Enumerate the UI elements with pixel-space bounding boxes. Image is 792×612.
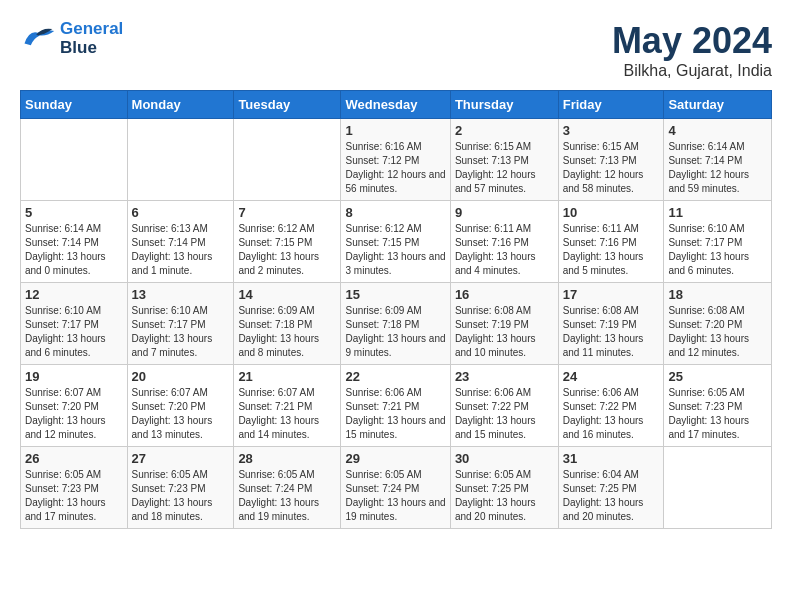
day-info: Sunrise: 6:10 AM Sunset: 7:17 PM Dayligh…: [668, 222, 767, 278]
calendar-week-row: 19 Sunrise: 6:07 AM Sunset: 7:20 PM Dayl…: [21, 365, 772, 447]
logo: General Blue: [20, 20, 123, 57]
day-info: Sunrise: 6:07 AM Sunset: 7:20 PM Dayligh…: [132, 386, 230, 442]
day-info: Sunrise: 6:08 AM Sunset: 7:19 PM Dayligh…: [455, 304, 554, 360]
day-number: 30: [455, 451, 554, 466]
day-info: Sunrise: 6:05 AM Sunset: 7:23 PM Dayligh…: [668, 386, 767, 442]
calendar-cell: 2 Sunrise: 6:15 AM Sunset: 7:13 PM Dayli…: [450, 119, 558, 201]
calendar-cell: 30 Sunrise: 6:05 AM Sunset: 7:25 PM Dayl…: [450, 447, 558, 529]
calendar-cell: 20 Sunrise: 6:07 AM Sunset: 7:20 PM Dayl…: [127, 365, 234, 447]
day-info: Sunrise: 6:07 AM Sunset: 7:20 PM Dayligh…: [25, 386, 123, 442]
day-info: Sunrise: 6:05 AM Sunset: 7:24 PM Dayligh…: [345, 468, 445, 524]
calendar-cell: 9 Sunrise: 6:11 AM Sunset: 7:16 PM Dayli…: [450, 201, 558, 283]
day-info: Sunrise: 6:15 AM Sunset: 7:13 PM Dayligh…: [563, 140, 660, 196]
day-number: 26: [25, 451, 123, 466]
weekday-header: Thursday: [450, 91, 558, 119]
day-number: 14: [238, 287, 336, 302]
month-title: May 2024: [612, 20, 772, 62]
day-number: 6: [132, 205, 230, 220]
calendar-cell: 23 Sunrise: 6:06 AM Sunset: 7:22 PM Dayl…: [450, 365, 558, 447]
calendar-week-row: 26 Sunrise: 6:05 AM Sunset: 7:23 PM Dayl…: [21, 447, 772, 529]
day-info: Sunrise: 6:10 AM Sunset: 7:17 PM Dayligh…: [25, 304, 123, 360]
day-info: Sunrise: 6:13 AM Sunset: 7:14 PM Dayligh…: [132, 222, 230, 278]
calendar-cell: [234, 119, 341, 201]
calendar-cell: 16 Sunrise: 6:08 AM Sunset: 7:19 PM Dayl…: [450, 283, 558, 365]
day-number: 16: [455, 287, 554, 302]
calendar-cell: 7 Sunrise: 6:12 AM Sunset: 7:15 PM Dayli…: [234, 201, 341, 283]
day-info: Sunrise: 6:04 AM Sunset: 7:25 PM Dayligh…: [563, 468, 660, 524]
calendar-cell: 19 Sunrise: 6:07 AM Sunset: 7:20 PM Dayl…: [21, 365, 128, 447]
calendar-week-row: 1 Sunrise: 6:16 AM Sunset: 7:12 PM Dayli…: [21, 119, 772, 201]
day-number: 7: [238, 205, 336, 220]
day-info: Sunrise: 6:11 AM Sunset: 7:16 PM Dayligh…: [563, 222, 660, 278]
day-info: Sunrise: 6:05 AM Sunset: 7:23 PM Dayligh…: [25, 468, 123, 524]
calendar-cell: 18 Sunrise: 6:08 AM Sunset: 7:20 PM Dayl…: [664, 283, 772, 365]
calendar-cell: 10 Sunrise: 6:11 AM Sunset: 7:16 PM Dayl…: [558, 201, 664, 283]
day-number: 24: [563, 369, 660, 384]
day-number: 29: [345, 451, 445, 466]
day-info: Sunrise: 6:06 AM Sunset: 7:22 PM Dayligh…: [563, 386, 660, 442]
logo-icon: [20, 25, 56, 53]
calendar-cell: 4 Sunrise: 6:14 AM Sunset: 7:14 PM Dayli…: [664, 119, 772, 201]
day-info: Sunrise: 6:09 AM Sunset: 7:18 PM Dayligh…: [345, 304, 445, 360]
weekday-header: Saturday: [664, 91, 772, 119]
calendar-cell: 3 Sunrise: 6:15 AM Sunset: 7:13 PM Dayli…: [558, 119, 664, 201]
calendar-cell: 29 Sunrise: 6:05 AM Sunset: 7:24 PM Dayl…: [341, 447, 450, 529]
day-number: 22: [345, 369, 445, 384]
calendar-cell: 15 Sunrise: 6:09 AM Sunset: 7:18 PM Dayl…: [341, 283, 450, 365]
day-info: Sunrise: 6:15 AM Sunset: 7:13 PM Dayligh…: [455, 140, 554, 196]
day-info: Sunrise: 6:10 AM Sunset: 7:17 PM Dayligh…: [132, 304, 230, 360]
day-info: Sunrise: 6:14 AM Sunset: 7:14 PM Dayligh…: [668, 140, 767, 196]
page-header: General Blue May 2024 Bilkha, Gujarat, I…: [20, 20, 772, 80]
day-number: 13: [132, 287, 230, 302]
calendar-cell: 11 Sunrise: 6:10 AM Sunset: 7:17 PM Dayl…: [664, 201, 772, 283]
day-number: 31: [563, 451, 660, 466]
day-info: Sunrise: 6:06 AM Sunset: 7:21 PM Dayligh…: [345, 386, 445, 442]
calendar-cell: 22 Sunrise: 6:06 AM Sunset: 7:21 PM Dayl…: [341, 365, 450, 447]
weekday-header: Sunday: [21, 91, 128, 119]
day-info: Sunrise: 6:08 AM Sunset: 7:19 PM Dayligh…: [563, 304, 660, 360]
weekday-header: Tuesday: [234, 91, 341, 119]
day-number: 20: [132, 369, 230, 384]
day-number: 5: [25, 205, 123, 220]
day-number: 10: [563, 205, 660, 220]
day-number: 11: [668, 205, 767, 220]
day-info: Sunrise: 6:05 AM Sunset: 7:24 PM Dayligh…: [238, 468, 336, 524]
day-info: Sunrise: 6:14 AM Sunset: 7:14 PM Dayligh…: [25, 222, 123, 278]
calendar-cell: 24 Sunrise: 6:06 AM Sunset: 7:22 PM Dayl…: [558, 365, 664, 447]
day-number: 27: [132, 451, 230, 466]
weekday-header: Friday: [558, 91, 664, 119]
day-info: Sunrise: 6:11 AM Sunset: 7:16 PM Dayligh…: [455, 222, 554, 278]
calendar-cell: 14 Sunrise: 6:09 AM Sunset: 7:18 PM Dayl…: [234, 283, 341, 365]
calendar-cell: [127, 119, 234, 201]
calendar-cell: 12 Sunrise: 6:10 AM Sunset: 7:17 PM Dayl…: [21, 283, 128, 365]
calendar-cell: [21, 119, 128, 201]
calendar-cell: 26 Sunrise: 6:05 AM Sunset: 7:23 PM Dayl…: [21, 447, 128, 529]
calendar-week-row: 12 Sunrise: 6:10 AM Sunset: 7:17 PM Dayl…: [21, 283, 772, 365]
day-number: 2: [455, 123, 554, 138]
day-number: 4: [668, 123, 767, 138]
day-number: 1: [345, 123, 445, 138]
weekday-header: Monday: [127, 91, 234, 119]
calendar-cell: 31 Sunrise: 6:04 AM Sunset: 7:25 PM Dayl…: [558, 447, 664, 529]
day-number: 8: [345, 205, 445, 220]
day-number: 25: [668, 369, 767, 384]
calendar-cell: 21 Sunrise: 6:07 AM Sunset: 7:21 PM Dayl…: [234, 365, 341, 447]
calendar-table: SundayMondayTuesdayWednesdayThursdayFrid…: [20, 90, 772, 529]
logo-text: General Blue: [60, 20, 123, 57]
day-number: 18: [668, 287, 767, 302]
day-number: 3: [563, 123, 660, 138]
weekday-header: Wednesday: [341, 91, 450, 119]
day-info: Sunrise: 6:06 AM Sunset: 7:22 PM Dayligh…: [455, 386, 554, 442]
calendar-cell: 8 Sunrise: 6:12 AM Sunset: 7:15 PM Dayli…: [341, 201, 450, 283]
calendar-cell: 5 Sunrise: 6:14 AM Sunset: 7:14 PM Dayli…: [21, 201, 128, 283]
calendar-cell: 1 Sunrise: 6:16 AM Sunset: 7:12 PM Dayli…: [341, 119, 450, 201]
day-info: Sunrise: 6:16 AM Sunset: 7:12 PM Dayligh…: [345, 140, 445, 196]
calendar-cell: 13 Sunrise: 6:10 AM Sunset: 7:17 PM Dayl…: [127, 283, 234, 365]
day-number: 17: [563, 287, 660, 302]
calendar-cell: 6 Sunrise: 6:13 AM Sunset: 7:14 PM Dayli…: [127, 201, 234, 283]
calendar-cell: 17 Sunrise: 6:08 AM Sunset: 7:19 PM Dayl…: [558, 283, 664, 365]
day-number: 19: [25, 369, 123, 384]
day-info: Sunrise: 6:12 AM Sunset: 7:15 PM Dayligh…: [345, 222, 445, 278]
day-number: 15: [345, 287, 445, 302]
day-number: 21: [238, 369, 336, 384]
